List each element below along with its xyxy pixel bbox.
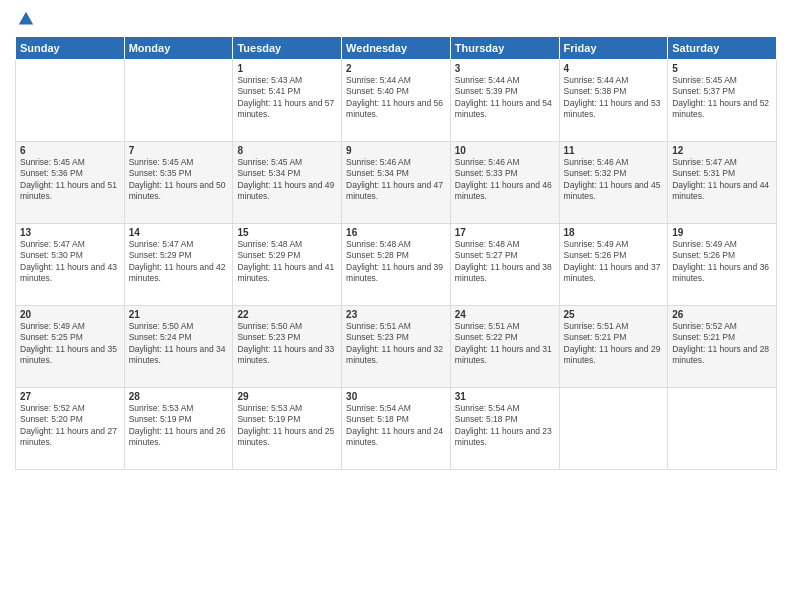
day-info: Sunrise: 5:50 AMSunset: 5:23 PMDaylight:… bbox=[237, 321, 337, 367]
calendar-cell: 11Sunrise: 5:46 AMSunset: 5:32 PMDayligh… bbox=[559, 142, 668, 224]
day-number: 24 bbox=[455, 309, 555, 320]
col-sunday: Sunday bbox=[16, 37, 125, 60]
calendar-week-4: 20Sunrise: 5:49 AMSunset: 5:25 PMDayligh… bbox=[16, 306, 777, 388]
day-number: 29 bbox=[237, 391, 337, 402]
calendar-table: Sunday Monday Tuesday Wednesday Thursday… bbox=[15, 36, 777, 470]
day-info: Sunrise: 5:45 AMSunset: 5:35 PMDaylight:… bbox=[129, 157, 229, 203]
day-number: 22 bbox=[237, 309, 337, 320]
day-number: 4 bbox=[564, 63, 664, 74]
day-number: 18 bbox=[564, 227, 664, 238]
calendar-body: 1Sunrise: 5:43 AMSunset: 5:41 PMDaylight… bbox=[16, 60, 777, 470]
header bbox=[15, 10, 777, 28]
col-thursday: Thursday bbox=[450, 37, 559, 60]
calendar-cell: 14Sunrise: 5:47 AMSunset: 5:29 PMDayligh… bbox=[124, 224, 233, 306]
day-number: 23 bbox=[346, 309, 446, 320]
calendar-cell: 22Sunrise: 5:50 AMSunset: 5:23 PMDayligh… bbox=[233, 306, 342, 388]
calendar-header: Sunday Monday Tuesday Wednesday Thursday… bbox=[16, 37, 777, 60]
calendar-cell: 30Sunrise: 5:54 AMSunset: 5:18 PMDayligh… bbox=[342, 388, 451, 470]
day-number: 27 bbox=[20, 391, 120, 402]
col-tuesday: Tuesday bbox=[233, 37, 342, 60]
day-number: 12 bbox=[672, 145, 772, 156]
calendar-cell bbox=[559, 388, 668, 470]
day-info: Sunrise: 5:54 AMSunset: 5:18 PMDaylight:… bbox=[346, 403, 446, 449]
calendar-cell: 19Sunrise: 5:49 AMSunset: 5:26 PMDayligh… bbox=[668, 224, 777, 306]
calendar-cell: 27Sunrise: 5:52 AMSunset: 5:20 PMDayligh… bbox=[16, 388, 125, 470]
day-number: 26 bbox=[672, 309, 772, 320]
calendar-cell: 18Sunrise: 5:49 AMSunset: 5:26 PMDayligh… bbox=[559, 224, 668, 306]
day-info: Sunrise: 5:51 AMSunset: 5:22 PMDaylight:… bbox=[455, 321, 555, 367]
calendar-cell: 29Sunrise: 5:53 AMSunset: 5:19 PMDayligh… bbox=[233, 388, 342, 470]
col-saturday: Saturday bbox=[668, 37, 777, 60]
day-number: 3 bbox=[455, 63, 555, 74]
calendar-cell: 1Sunrise: 5:43 AMSunset: 5:41 PMDaylight… bbox=[233, 60, 342, 142]
calendar-cell: 7Sunrise: 5:45 AMSunset: 5:35 PMDaylight… bbox=[124, 142, 233, 224]
day-number: 1 bbox=[237, 63, 337, 74]
calendar-week-3: 13Sunrise: 5:47 AMSunset: 5:30 PMDayligh… bbox=[16, 224, 777, 306]
day-number: 13 bbox=[20, 227, 120, 238]
calendar-week-5: 27Sunrise: 5:52 AMSunset: 5:20 PMDayligh… bbox=[16, 388, 777, 470]
day-number: 30 bbox=[346, 391, 446, 402]
calendar-cell: 9Sunrise: 5:46 AMSunset: 5:34 PMDaylight… bbox=[342, 142, 451, 224]
calendar-cell: 15Sunrise: 5:48 AMSunset: 5:29 PMDayligh… bbox=[233, 224, 342, 306]
calendar-cell: 6Sunrise: 5:45 AMSunset: 5:36 PMDaylight… bbox=[16, 142, 125, 224]
calendar-cell: 4Sunrise: 5:44 AMSunset: 5:38 PMDaylight… bbox=[559, 60, 668, 142]
calendar-cell: 13Sunrise: 5:47 AMSunset: 5:30 PMDayligh… bbox=[16, 224, 125, 306]
day-info: Sunrise: 5:48 AMSunset: 5:29 PMDaylight:… bbox=[237, 239, 337, 285]
calendar-cell: 16Sunrise: 5:48 AMSunset: 5:28 PMDayligh… bbox=[342, 224, 451, 306]
day-info: Sunrise: 5:49 AMSunset: 5:25 PMDaylight:… bbox=[20, 321, 120, 367]
day-info: Sunrise: 5:48 AMSunset: 5:28 PMDaylight:… bbox=[346, 239, 446, 285]
day-number: 16 bbox=[346, 227, 446, 238]
logo bbox=[15, 10, 35, 28]
calendar-cell: 31Sunrise: 5:54 AMSunset: 5:18 PMDayligh… bbox=[450, 388, 559, 470]
calendar-week-2: 6Sunrise: 5:45 AMSunset: 5:36 PMDaylight… bbox=[16, 142, 777, 224]
calendar-cell: 23Sunrise: 5:51 AMSunset: 5:23 PMDayligh… bbox=[342, 306, 451, 388]
day-number: 20 bbox=[20, 309, 120, 320]
day-number: 31 bbox=[455, 391, 555, 402]
day-number: 11 bbox=[564, 145, 664, 156]
day-number: 10 bbox=[455, 145, 555, 156]
day-info: Sunrise: 5:47 AMSunset: 5:29 PMDaylight:… bbox=[129, 239, 229, 285]
calendar-cell: 24Sunrise: 5:51 AMSunset: 5:22 PMDayligh… bbox=[450, 306, 559, 388]
day-info: Sunrise: 5:46 AMSunset: 5:34 PMDaylight:… bbox=[346, 157, 446, 203]
calendar-cell: 2Sunrise: 5:44 AMSunset: 5:40 PMDaylight… bbox=[342, 60, 451, 142]
day-number: 28 bbox=[129, 391, 229, 402]
day-info: Sunrise: 5:53 AMSunset: 5:19 PMDaylight:… bbox=[237, 403, 337, 449]
calendar-cell: 26Sunrise: 5:52 AMSunset: 5:21 PMDayligh… bbox=[668, 306, 777, 388]
calendar-cell: 17Sunrise: 5:48 AMSunset: 5:27 PMDayligh… bbox=[450, 224, 559, 306]
calendar-cell: 21Sunrise: 5:50 AMSunset: 5:24 PMDayligh… bbox=[124, 306, 233, 388]
col-monday: Monday bbox=[124, 37, 233, 60]
day-info: Sunrise: 5:51 AMSunset: 5:23 PMDaylight:… bbox=[346, 321, 446, 367]
day-number: 9 bbox=[346, 145, 446, 156]
calendar-cell: 28Sunrise: 5:53 AMSunset: 5:19 PMDayligh… bbox=[124, 388, 233, 470]
calendar-cell: 10Sunrise: 5:46 AMSunset: 5:33 PMDayligh… bbox=[450, 142, 559, 224]
day-number: 15 bbox=[237, 227, 337, 238]
day-info: Sunrise: 5:51 AMSunset: 5:21 PMDaylight:… bbox=[564, 321, 664, 367]
day-number: 6 bbox=[20, 145, 120, 156]
calendar-cell: 20Sunrise: 5:49 AMSunset: 5:25 PMDayligh… bbox=[16, 306, 125, 388]
col-wednesday: Wednesday bbox=[342, 37, 451, 60]
calendar-cell: 8Sunrise: 5:45 AMSunset: 5:34 PMDaylight… bbox=[233, 142, 342, 224]
logo-icon bbox=[17, 10, 35, 28]
day-info: Sunrise: 5:48 AMSunset: 5:27 PMDaylight:… bbox=[455, 239, 555, 285]
col-friday: Friday bbox=[559, 37, 668, 60]
page: Sunday Monday Tuesday Wednesday Thursday… bbox=[0, 0, 792, 612]
day-number: 2 bbox=[346, 63, 446, 74]
day-info: Sunrise: 5:46 AMSunset: 5:32 PMDaylight:… bbox=[564, 157, 664, 203]
day-number: 8 bbox=[237, 145, 337, 156]
day-number: 25 bbox=[564, 309, 664, 320]
day-info: Sunrise: 5:53 AMSunset: 5:19 PMDaylight:… bbox=[129, 403, 229, 449]
day-number: 21 bbox=[129, 309, 229, 320]
day-info: Sunrise: 5:44 AMSunset: 5:40 PMDaylight:… bbox=[346, 75, 446, 121]
calendar-cell: 25Sunrise: 5:51 AMSunset: 5:21 PMDayligh… bbox=[559, 306, 668, 388]
calendar-cell: 3Sunrise: 5:44 AMSunset: 5:39 PMDaylight… bbox=[450, 60, 559, 142]
calendar-cell bbox=[668, 388, 777, 470]
day-info: Sunrise: 5:46 AMSunset: 5:33 PMDaylight:… bbox=[455, 157, 555, 203]
day-info: Sunrise: 5:45 AMSunset: 5:36 PMDaylight:… bbox=[20, 157, 120, 203]
day-number: 14 bbox=[129, 227, 229, 238]
day-info: Sunrise: 5:44 AMSunset: 5:39 PMDaylight:… bbox=[455, 75, 555, 121]
calendar-week-1: 1Sunrise: 5:43 AMSunset: 5:41 PMDaylight… bbox=[16, 60, 777, 142]
calendar-cell bbox=[124, 60, 233, 142]
day-info: Sunrise: 5:50 AMSunset: 5:24 PMDaylight:… bbox=[129, 321, 229, 367]
day-info: Sunrise: 5:45 AMSunset: 5:34 PMDaylight:… bbox=[237, 157, 337, 203]
day-info: Sunrise: 5:43 AMSunset: 5:41 PMDaylight:… bbox=[237, 75, 337, 121]
